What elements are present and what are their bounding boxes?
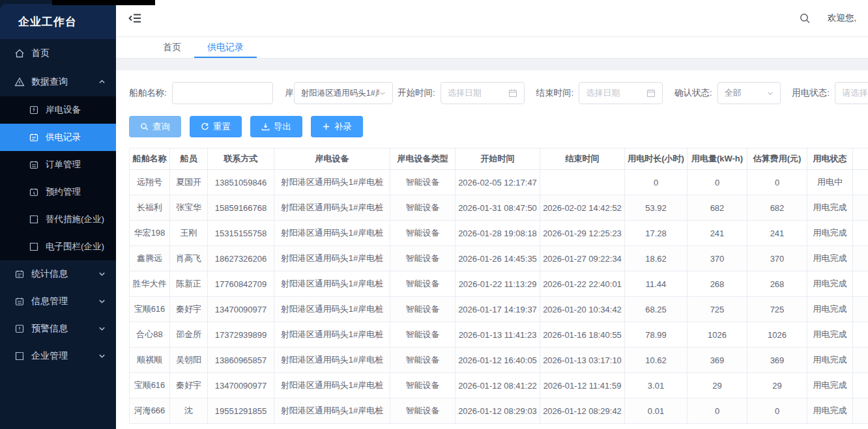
table-cell: 宝顺616	[130, 297, 170, 322]
sidebar-item-reservation-management[interactable]: 预约管理	[0, 178, 116, 206]
tab-home[interactable]: 首页	[150, 37, 194, 58]
records-table-wrap: 船舶名称 船员 联系方式 岸电设备 岸电设备类型 开始时间 结束时间 用电时长(…	[129, 148, 868, 424]
col-device-type: 岸电设备类型	[390, 148, 456, 170]
chevron-down-icon	[98, 351, 106, 361]
table-cell: 邵金所	[170, 322, 208, 348]
table-cell: 0.01	[625, 398, 687, 424]
main-area: 欢迎您, 首页 供电记录 船舶名称: 岸电设备: 射阳港区通用码头1#岸电桩 开…	[116, 0, 868, 429]
table-cell: 369	[687, 348, 747, 373]
table-cell: 370	[747, 246, 807, 271]
download-icon	[261, 122, 270, 131]
chevron-down-icon	[98, 269, 106, 279]
query-button[interactable]: 查询	[129, 116, 181, 137]
table-cell: 用电完成	[807, 348, 853, 373]
table-cell: 陈新正	[170, 271, 208, 297]
table-cell: 13860965857	[208, 348, 274, 373]
table-cell: 2026-01-17 14:19:37	[456, 297, 540, 322]
table-cell: 张宝华	[170, 195, 208, 221]
table-cell: 智能设备	[390, 271, 456, 297]
col-crew: 船员	[170, 148, 208, 170]
table-cell: 10.62	[625, 348, 687, 373]
end-time-picker[interactable]: 选择日期	[579, 82, 663, 104]
table-cell: 3.01	[625, 373, 687, 398]
record-icon	[29, 132, 39, 143]
sidebar-item-alternative-measures[interactable]: 替代措施(企业)	[0, 206, 116, 233]
app-logo-header: 企业工作台	[0, 4, 116, 39]
table-cell: 15315155758	[208, 221, 274, 246]
table-cell: 鑫腾远	[130, 246, 170, 271]
query-button-label: 查询	[152, 121, 170, 133]
table-cell: 2026-01-20 10:34:42	[540, 297, 625, 322]
table-cell: 用电完成	[807, 271, 853, 297]
action-buttons: 查询 重置 导出 补录	[129, 116, 868, 137]
power-status-placeholder: 请选择	[842, 87, 867, 99]
confirm-status-select[interactable]: 全部	[717, 82, 781, 104]
sidebar-collapse-icon[interactable]	[128, 11, 142, 25]
table-cell: 18627326206	[208, 246, 274, 271]
table-cell: 射阳港区通用码头1#岸电桩	[274, 271, 390, 297]
sidebar-group-enterprise-management[interactable]: 企业管理	[0, 342, 116, 370]
start-time-label: 开始时间:	[398, 87, 435, 99]
sidebar-submenu: 岸电设备 供电记录 订单管理 预约管理 替代措施(企业) 电子围栏(企业)	[0, 96, 116, 260]
sidebar-group-data-query[interactable]: 数据查询	[0, 68, 116, 96]
table-cell: 王刚	[170, 221, 208, 246]
reservation-icon	[29, 187, 39, 197]
sidebar-item-power-records[interactable]: 供电记录	[0, 124, 116, 151]
table-cell: 241	[687, 221, 747, 246]
table-row: 合心88邵金所17372939899射阳港区通用码头1#岸电桩智能设备2026-…	[130, 322, 868, 348]
table-cell: 秦好宇	[170, 297, 208, 322]
table-cell: 秦好宇	[170, 373, 208, 398]
sidebar-group-statistics[interactable]: 统计信息	[0, 260, 116, 288]
shore-device-select[interactable]: 射阳港区通用码头1#岸电桩	[294, 82, 393, 104]
tab-power-records[interactable]: 供电记录	[194, 37, 257, 58]
table-cell: 射阳港区通用码头1#岸电桩	[274, 221, 390, 246]
table-cell: 13470090977	[208, 297, 274, 322]
table-cell	[853, 297, 868, 322]
sidebar-item-order-management[interactable]: 订单管理	[0, 151, 116, 178]
export-button[interactable]: 导出	[250, 116, 302, 137]
table-cell	[853, 195, 868, 221]
table-cell: 用电完成	[807, 297, 853, 322]
power-status-select[interactable]: 请选择	[835, 82, 868, 104]
table-cell: 18.62	[625, 246, 687, 271]
search-icon	[140, 122, 149, 131]
col-end-time: 结束时间	[540, 148, 625, 170]
sidebar-item-label: 订单管理	[46, 159, 81, 171]
table-cell: 射阳港区通用码头1#岸电桩	[274, 373, 390, 398]
chevron-down-icon	[767, 89, 774, 98]
table-cell: 射阳港区通用码头1#岸电桩	[274, 398, 390, 424]
col-ship-name: 船舶名称	[130, 148, 170, 170]
table-cell: 2026-01-16 18:40:55	[540, 322, 625, 348]
start-time-picker[interactable]: 选择日期	[441, 82, 525, 104]
table-cell: 2026-01-27 09:22:34	[540, 246, 625, 271]
sidebar-item-label: 首页	[31, 48, 50, 59]
sidebar-group-information-management[interactable]: 信息管理	[0, 288, 116, 315]
topbar-right: 欢迎您,	[799, 12, 856, 24]
table-cell: 射阳港区通用码头1#岸电桩	[274, 195, 390, 221]
table-cell: 2026-01-22 11:13:29	[456, 271, 540, 297]
table-cell	[853, 271, 868, 297]
sidebar-item-home[interactable]: 首页	[0, 39, 116, 68]
table-cell: 17760842709	[208, 271, 274, 297]
sidebar-group-label: 数据查询	[31, 76, 68, 88]
supplement-button[interactable]: 补录	[311, 116, 363, 137]
table-cell: 53.92	[625, 195, 687, 221]
sidebar-group-label: 信息管理	[31, 296, 68, 307]
table-cell: 2026-01-12 08:41:22	[456, 373, 540, 398]
col-duration: 用电时长(小时)	[625, 148, 687, 170]
enterprise-icon	[14, 351, 25, 361]
ship-name-input[interactable]	[172, 82, 274, 104]
sidebar: 企业工作台 首页 数据查询 岸电设备 供电记录	[0, 0, 116, 429]
chevron-up-icon	[98, 77, 106, 87]
sidebar-group-label: 企业管理	[31, 350, 68, 362]
sidebar-item-shore-device[interactable]: 岸电设备	[0, 96, 116, 124]
table-cell	[853, 246, 868, 271]
table-cell: 宝顺616	[130, 373, 170, 398]
table-cell: 智能设备	[390, 348, 456, 373]
sidebar-group-warning-information[interactable]: 预警信息	[0, 315, 116, 342]
table-cell: 17.28	[625, 221, 687, 246]
table-cell: 370	[687, 246, 747, 271]
reset-button[interactable]: 重置	[190, 116, 242, 137]
search-icon[interactable]	[799, 12, 811, 24]
sidebar-item-electronic-fence[interactable]: 电子围栏(企业)	[0, 233, 116, 260]
